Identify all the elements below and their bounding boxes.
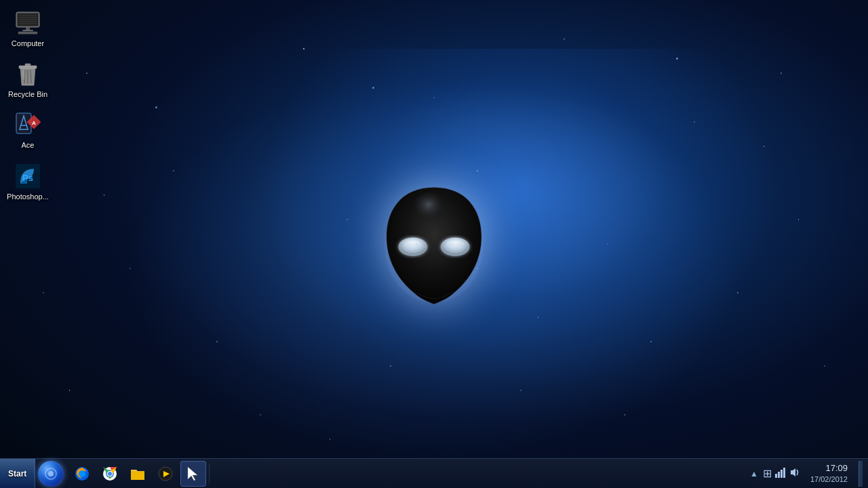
- svg-marker-45: [791, 468, 795, 476]
- svg-point-32: [79, 470, 85, 477]
- svg-rect-14: [25, 64, 31, 66]
- taskbar-firefox-icon[interactable]: [69, 461, 95, 487]
- taskbar-chrome-icon[interactable]: [97, 461, 123, 487]
- ace-icon-image: A: [14, 111, 41, 138]
- svg-marker-40: [188, 467, 197, 481]
- start-label: Start: [8, 469, 26, 479]
- clock-date: 17/02/2012: [808, 474, 848, 485]
- photoshop-icon-label: Photoshop...: [7, 192, 49, 201]
- svg-point-36: [108, 472, 112, 476]
- recycle-bin-icon-image: [14, 60, 41, 87]
- taskbar-active-icon[interactable]: [180, 461, 206, 487]
- notification-expand-icon[interactable]: ▲: [749, 469, 760, 479]
- system-tray-icons: ▲ ⊞: [749, 467, 800, 481]
- desktop-icon-recycle-bin[interactable]: Recycle Bin: [3, 58, 52, 102]
- taskbar-separator-1: [209, 464, 210, 484]
- svg-rect-43: [781, 470, 783, 478]
- svg-rect-13: [19, 66, 37, 68]
- photoshop-icon-image: Ps: [14, 163, 41, 190]
- svg-rect-42: [778, 472, 780, 478]
- clock-area[interactable]: 17:09 17/02/2012: [804, 462, 852, 485]
- network-icon[interactable]: [775, 467, 786, 481]
- ace-icon-label: Ace: [22, 141, 35, 150]
- desktop-icon-ace[interactable]: A Ace: [3, 108, 52, 152]
- desktop-icon-computer[interactable]: Computer: [3, 7, 52, 51]
- taskbar-files-icon[interactable]: [125, 461, 151, 487]
- desktop: Computer Recyc: [0, 0, 868, 488]
- svg-point-28: [446, 243, 465, 253]
- svg-rect-41: [775, 474, 777, 478]
- taskbar-right-area: ▲ ⊞: [749, 461, 868, 487]
- computer-icon-image: [14, 9, 41, 37]
- clock-time: 17:09: [808, 462, 848, 474]
- volume-icon[interactable]: [789, 467, 800, 481]
- screen-resolution-icon[interactable]: ⊞: [763, 467, 772, 480]
- taskbar-media-icon[interactable]: [153, 461, 178, 487]
- show-desktop-button[interactable]: [859, 461, 863, 487]
- svg-point-30: [48, 471, 54, 476]
- taskbar-orb[interactable]: [38, 461, 64, 487]
- svg-rect-44: [783, 468, 785, 478]
- svg-point-27: [403, 243, 422, 253]
- taskbar-icon-group: [66, 461, 206, 487]
- svg-line-12: [31, 70, 31, 83]
- recycle-bin-icon-label: Recycle Bin: [8, 90, 47, 99]
- taskbar: Start: [0, 458, 868, 488]
- svg-text:A: A: [32, 120, 36, 126]
- computer-icon-label: Computer: [12, 39, 44, 48]
- alien-head-container: [380, 184, 488, 309]
- svg-point-15: [22, 69, 25, 80]
- svg-text:Ps: Ps: [22, 173, 33, 183]
- desktop-icons-container: Computer Recyc: [3, 7, 52, 204]
- svg-rect-7: [26, 27, 30, 30]
- svg-rect-8: [22, 30, 33, 31]
- desktop-icon-photoshop[interactable]: Ps Photoshop...: [3, 160, 52, 204]
- svg-rect-9: [18, 32, 37, 34]
- svg-rect-37: [131, 472, 144, 480]
- start-button[interactable]: Start: [0, 459, 35, 489]
- svg-point-24: [406, 192, 462, 242]
